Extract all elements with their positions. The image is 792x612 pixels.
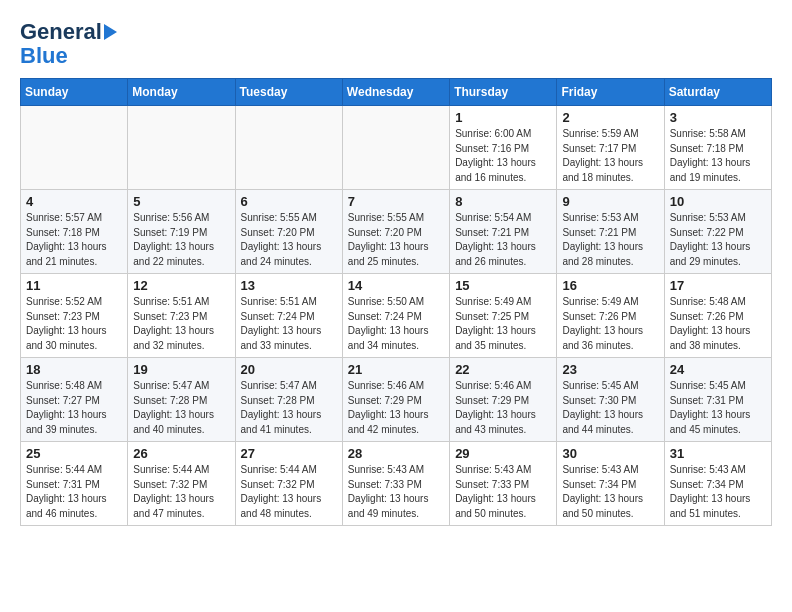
day-info: Sunrise: 5:44 AM Sunset: 7:32 PM Dayligh… — [241, 463, 337, 521]
day-info: Sunrise: 5:53 AM Sunset: 7:21 PM Dayligh… — [562, 211, 658, 269]
day-number: 13 — [241, 278, 337, 293]
calendar-cell: 14Sunrise: 5:50 AM Sunset: 7:24 PM Dayli… — [342, 274, 449, 358]
day-number: 19 — [133, 362, 229, 377]
logo-arrow-icon — [104, 24, 117, 40]
weekday-header-thursday: Thursday — [450, 79, 557, 106]
day-number: 14 — [348, 278, 444, 293]
day-number: 27 — [241, 446, 337, 461]
calendar-cell: 9Sunrise: 5:53 AM Sunset: 7:21 PM Daylig… — [557, 190, 664, 274]
weekday-header-sunday: Sunday — [21, 79, 128, 106]
calendar-cell: 13Sunrise: 5:51 AM Sunset: 7:24 PM Dayli… — [235, 274, 342, 358]
calendar-week-row: 1Sunrise: 6:00 AM Sunset: 7:16 PM Daylig… — [21, 106, 772, 190]
day-number: 1 — [455, 110, 551, 125]
calendar-week-row: 18Sunrise: 5:48 AM Sunset: 7:27 PM Dayli… — [21, 358, 772, 442]
calendar-cell: 28Sunrise: 5:43 AM Sunset: 7:33 PM Dayli… — [342, 442, 449, 526]
day-info: Sunrise: 5:51 AM Sunset: 7:23 PM Dayligh… — [133, 295, 229, 353]
day-info: Sunrise: 5:53 AM Sunset: 7:22 PM Dayligh… — [670, 211, 766, 269]
calendar-table: SundayMondayTuesdayWednesdayThursdayFrid… — [20, 78, 772, 526]
day-info: Sunrise: 5:44 AM Sunset: 7:31 PM Dayligh… — [26, 463, 122, 521]
calendar-cell: 16Sunrise: 5:49 AM Sunset: 7:26 PM Dayli… — [557, 274, 664, 358]
day-number: 12 — [133, 278, 229, 293]
calendar-cell: 27Sunrise: 5:44 AM Sunset: 7:32 PM Dayli… — [235, 442, 342, 526]
day-number: 25 — [26, 446, 122, 461]
calendar-cell: 2Sunrise: 5:59 AM Sunset: 7:17 PM Daylig… — [557, 106, 664, 190]
day-info: Sunrise: 6:00 AM Sunset: 7:16 PM Dayligh… — [455, 127, 551, 185]
calendar-cell: 19Sunrise: 5:47 AM Sunset: 7:28 PM Dayli… — [128, 358, 235, 442]
day-info: Sunrise: 5:45 AM Sunset: 7:31 PM Dayligh… — [670, 379, 766, 437]
calendar-cell: 8Sunrise: 5:54 AM Sunset: 7:21 PM Daylig… — [450, 190, 557, 274]
calendar-cell: 12Sunrise: 5:51 AM Sunset: 7:23 PM Dayli… — [128, 274, 235, 358]
day-info: Sunrise: 5:43 AM Sunset: 7:33 PM Dayligh… — [455, 463, 551, 521]
weekday-header-wednesday: Wednesday — [342, 79, 449, 106]
day-number: 8 — [455, 194, 551, 209]
calendar-week-row: 4Sunrise: 5:57 AM Sunset: 7:18 PM Daylig… — [21, 190, 772, 274]
day-info: Sunrise: 5:48 AM Sunset: 7:27 PM Dayligh… — [26, 379, 122, 437]
day-info: Sunrise: 5:43 AM Sunset: 7:33 PM Dayligh… — [348, 463, 444, 521]
weekday-header-monday: Monday — [128, 79, 235, 106]
calendar-week-row: 25Sunrise: 5:44 AM Sunset: 7:31 PM Dayli… — [21, 442, 772, 526]
calendar-cell: 7Sunrise: 5:55 AM Sunset: 7:20 PM Daylig… — [342, 190, 449, 274]
calendar-cell — [342, 106, 449, 190]
day-info: Sunrise: 5:48 AM Sunset: 7:26 PM Dayligh… — [670, 295, 766, 353]
day-info: Sunrise: 5:55 AM Sunset: 7:20 PM Dayligh… — [241, 211, 337, 269]
day-info: Sunrise: 5:49 AM Sunset: 7:25 PM Dayligh… — [455, 295, 551, 353]
day-info: Sunrise: 5:47 AM Sunset: 7:28 PM Dayligh… — [133, 379, 229, 437]
page-header: General Blue — [20, 20, 772, 68]
day-info: Sunrise: 5:56 AM Sunset: 7:19 PM Dayligh… — [133, 211, 229, 269]
day-number: 29 — [455, 446, 551, 461]
day-number: 18 — [26, 362, 122, 377]
weekday-header-friday: Friday — [557, 79, 664, 106]
calendar-week-row: 11Sunrise: 5:52 AM Sunset: 7:23 PM Dayli… — [21, 274, 772, 358]
day-info: Sunrise: 5:55 AM Sunset: 7:20 PM Dayligh… — [348, 211, 444, 269]
calendar-cell: 24Sunrise: 5:45 AM Sunset: 7:31 PM Dayli… — [664, 358, 771, 442]
day-number: 26 — [133, 446, 229, 461]
calendar-cell: 26Sunrise: 5:44 AM Sunset: 7:32 PM Dayli… — [128, 442, 235, 526]
calendar-cell: 5Sunrise: 5:56 AM Sunset: 7:19 PM Daylig… — [128, 190, 235, 274]
day-number: 6 — [241, 194, 337, 209]
calendar-cell: 17Sunrise: 5:48 AM Sunset: 7:26 PM Dayli… — [664, 274, 771, 358]
day-number: 31 — [670, 446, 766, 461]
calendar-cell: 22Sunrise: 5:46 AM Sunset: 7:29 PM Dayli… — [450, 358, 557, 442]
calendar-cell: 3Sunrise: 5:58 AM Sunset: 7:18 PM Daylig… — [664, 106, 771, 190]
day-info: Sunrise: 5:54 AM Sunset: 7:21 PM Dayligh… — [455, 211, 551, 269]
calendar-cell: 23Sunrise: 5:45 AM Sunset: 7:30 PM Dayli… — [557, 358, 664, 442]
calendar-cell: 6Sunrise: 5:55 AM Sunset: 7:20 PM Daylig… — [235, 190, 342, 274]
day-info: Sunrise: 5:43 AM Sunset: 7:34 PM Dayligh… — [670, 463, 766, 521]
day-number: 5 — [133, 194, 229, 209]
day-number: 30 — [562, 446, 658, 461]
day-number: 2 — [562, 110, 658, 125]
calendar-cell: 11Sunrise: 5:52 AM Sunset: 7:23 PM Dayli… — [21, 274, 128, 358]
day-info: Sunrise: 5:45 AM Sunset: 7:30 PM Dayligh… — [562, 379, 658, 437]
day-number: 23 — [562, 362, 658, 377]
calendar-cell: 18Sunrise: 5:48 AM Sunset: 7:27 PM Dayli… — [21, 358, 128, 442]
calendar-cell: 4Sunrise: 5:57 AM Sunset: 7:18 PM Daylig… — [21, 190, 128, 274]
calendar-cell: 1Sunrise: 6:00 AM Sunset: 7:16 PM Daylig… — [450, 106, 557, 190]
day-number: 9 — [562, 194, 658, 209]
logo: General Blue — [20, 20, 117, 68]
day-number: 15 — [455, 278, 551, 293]
calendar-cell: 21Sunrise: 5:46 AM Sunset: 7:29 PM Dayli… — [342, 358, 449, 442]
day-info: Sunrise: 5:44 AM Sunset: 7:32 PM Dayligh… — [133, 463, 229, 521]
calendar-cell: 10Sunrise: 5:53 AM Sunset: 7:22 PM Dayli… — [664, 190, 771, 274]
day-number: 20 — [241, 362, 337, 377]
logo-text-blue: Blue — [20, 44, 68, 68]
day-info: Sunrise: 5:49 AM Sunset: 7:26 PM Dayligh… — [562, 295, 658, 353]
calendar-cell: 20Sunrise: 5:47 AM Sunset: 7:28 PM Dayli… — [235, 358, 342, 442]
weekday-header-tuesday: Tuesday — [235, 79, 342, 106]
calendar-cell: 29Sunrise: 5:43 AM Sunset: 7:33 PM Dayli… — [450, 442, 557, 526]
day-number: 22 — [455, 362, 551, 377]
day-number: 28 — [348, 446, 444, 461]
calendar-cell — [128, 106, 235, 190]
day-number: 16 — [562, 278, 658, 293]
day-info: Sunrise: 5:43 AM Sunset: 7:34 PM Dayligh… — [562, 463, 658, 521]
day-info: Sunrise: 5:57 AM Sunset: 7:18 PM Dayligh… — [26, 211, 122, 269]
day-number: 21 — [348, 362, 444, 377]
day-number: 11 — [26, 278, 122, 293]
weekday-header-row: SundayMondayTuesdayWednesdayThursdayFrid… — [21, 79, 772, 106]
day-number: 10 — [670, 194, 766, 209]
day-number: 7 — [348, 194, 444, 209]
calendar-cell — [235, 106, 342, 190]
day-info: Sunrise: 5:59 AM Sunset: 7:17 PM Dayligh… — [562, 127, 658, 185]
day-info: Sunrise: 5:46 AM Sunset: 7:29 PM Dayligh… — [348, 379, 444, 437]
calendar-cell: 30Sunrise: 5:43 AM Sunset: 7:34 PM Dayli… — [557, 442, 664, 526]
